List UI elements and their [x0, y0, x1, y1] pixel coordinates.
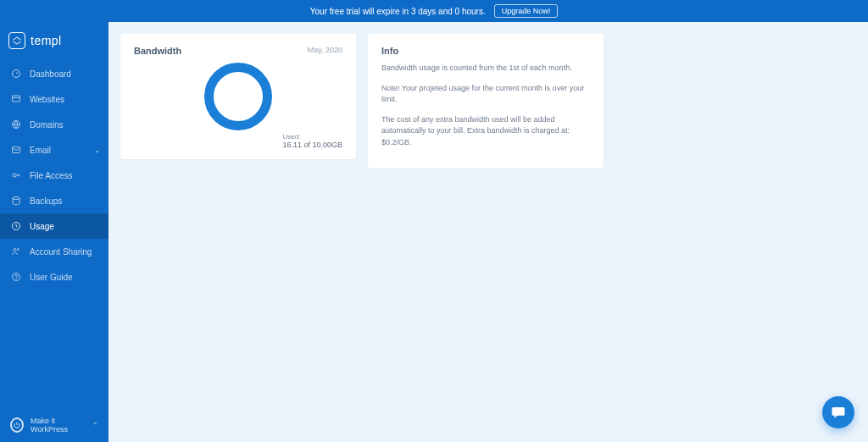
- sidebar-item-label: Email: [30, 146, 51, 155]
- svg-point-10: [16, 279, 17, 280]
- sidebar-item-label: Backups: [30, 196, 62, 206]
- info-card: Info Bandwidth usage is counted from the…: [368, 34, 604, 169]
- dashboard-icon: [10, 68, 22, 80]
- bandwidth-chart: [134, 63, 342, 130]
- sidebar: templ DashboardWebsitesDomainsEmail⌄File…: [0, 22, 108, 442]
- svg-point-8: [18, 249, 19, 251]
- websites-icon: [10, 93, 22, 105]
- account-sharing-icon: [10, 246, 22, 257]
- chat-icon: [831, 405, 846, 420]
- sidebar-item-backups[interactable]: Backups: [0, 188, 108, 213]
- sidebar-item-domains[interactable]: Domains: [0, 112, 108, 137]
- sidebar-item-websites[interactable]: Websites: [0, 86, 108, 112]
- usage-icon: [10, 220, 22, 232]
- info-line-2: Note! Your projeted usage for the curren…: [381, 83, 590, 106]
- sidebar-item-dashboard[interactable]: Dashboard: [0, 61, 108, 86]
- user-guide-icon: [10, 271, 22, 283]
- bandwidth-card: Bandwidth May, 2020 Used: 16.11 of 10.00…: [120, 34, 356, 159]
- logo-icon: [8, 32, 25, 49]
- svg-rect-1: [13, 96, 20, 102]
- email-icon: [10, 144, 22, 156]
- donut-icon: [204, 63, 272, 130]
- upgrade-button[interactable]: Upgrade Now!: [494, 4, 559, 18]
- trial-text: Your free trial will expire in 3 days an…: [310, 7, 486, 16]
- sidebar-item-label: Websites: [30, 95, 64, 104]
- info-line-1: Bandwidth usage is counted from the 1st …: [381, 63, 590, 75]
- sidebar-footer[interactable]: Make it WorkPress ⌃: [0, 408, 108, 442]
- chevron-down-icon: ⌄: [94, 146, 100, 154]
- sidebar-item-usage[interactable]: Usage: [0, 213, 108, 239]
- svg-point-7: [14, 249, 16, 251]
- info-line-3: The cost of any extra bandwidth used wil…: [381, 114, 590, 149]
- sidebar-item-account-sharing[interactable]: Account Sharing: [0, 239, 108, 264]
- logo-text: templ: [31, 34, 62, 47]
- info-title: Info: [381, 46, 590, 56]
- sidebar-item-label: Domains: [30, 120, 63, 130]
- svg-point-4: [13, 174, 16, 177]
- sidebar-item-file-access[interactable]: File Access: [0, 163, 108, 188]
- main-content: Bandwidth May, 2020 Used: 16.11 of 10.00…: [108, 22, 868, 442]
- used-value: 16.11 of 10.00GB: [282, 141, 342, 149]
- logo[interactable]: templ: [0, 22, 108, 61]
- sidebar-item-user-guide[interactable]: User Guide: [0, 264, 108, 290]
- backups-icon: [10, 195, 22, 207]
- chat-button[interactable]: [822, 396, 854, 428]
- bandwidth-used: Used: 16.11 of 10.00GB: [282, 133, 342, 149]
- sidebar-item-label: Account Sharing: [30, 247, 92, 257]
- nav: DashboardWebsitesDomainsEmail⌄File Acces…: [0, 61, 108, 408]
- trial-banner: Your free trial will expire in 3 days an…: [0, 0, 868, 22]
- bandwidth-date: May, 2020: [308, 46, 342, 54]
- used-label: Used:: [282, 133, 342, 141]
- sidebar-item-label: Usage: [30, 222, 54, 231]
- power-icon: [10, 417, 24, 433]
- sidebar-item-label: File Access: [30, 171, 73, 180]
- sidebar-item-label: User Guide: [30, 273, 73, 282]
- footer-label: Make it WorkPress: [31, 417, 86, 434]
- sidebar-item-email[interactable]: Email⌄: [0, 137, 108, 163]
- file-access-icon: [10, 169, 22, 181]
- domains-icon: [10, 119, 22, 130]
- chevron-up-icon: ⌃: [92, 422, 98, 429]
- svg-point-5: [13, 197, 19, 200]
- sidebar-item-label: Dashboard: [30, 69, 71, 79]
